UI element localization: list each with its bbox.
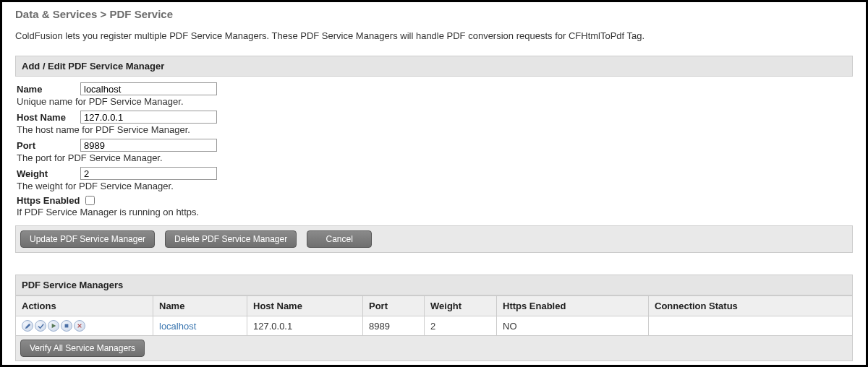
row-actions <box>22 320 147 332</box>
form-section-header: Add / Edit PDF Service Manager <box>15 56 853 77</box>
cancel-button[interactable]: Cancel <box>307 230 372 248</box>
table-row: localhost 127.0.0.1 8989 2 NO <box>16 316 853 336</box>
verify-all-button[interactable]: Verify All Service Managers <box>20 340 145 357</box>
app-frame: Data & Services > PDF Service ColdFusion… <box>0 0 868 367</box>
port-help: The port for PDF Service Manager. <box>17 152 851 163</box>
https-help: If PDF Service Manager is running on htt… <box>17 207 851 217</box>
row-port: 8989 <box>363 316 425 336</box>
edit-icon[interactable] <box>22 320 33 332</box>
row-status <box>649 316 853 336</box>
col-https: Https Enabled <box>497 296 649 316</box>
weight-input[interactable] <box>80 167 217 180</box>
svg-rect-0 <box>65 324 69 328</box>
name-label: Name <box>17 84 80 95</box>
list-button-bar: Verify All Service Managers <box>15 336 853 361</box>
col-hostname: Host Name <box>247 296 363 316</box>
list-section-header: PDF Service Managers <box>15 275 853 295</box>
service-managers-table: Actions Name Host Name Port Weight Https… <box>15 295 853 336</box>
play-icon[interactable] <box>48 320 59 332</box>
hostname-label: Host Name <box>17 112 80 123</box>
weight-label: Weight <box>17 168 80 179</box>
update-button[interactable]: Update PDF Service Manager <box>20 230 155 248</box>
weight-help: The weight for PDF Service Manager. <box>17 181 851 191</box>
form-area: Name Unique name for PDF Service Manager… <box>15 77 853 225</box>
https-checkbox[interactable] <box>85 196 95 205</box>
page-description: ColdFusion lets you register multiple PD… <box>15 30 853 41</box>
https-label: Https Enabled <box>17 195 80 206</box>
breadcrumb: Data & Services > PDF Service <box>15 8 853 20</box>
col-status: Connection Status <box>649 296 853 316</box>
name-input[interactable] <box>80 82 217 95</box>
delete-icon[interactable] <box>74 320 85 332</box>
col-actions: Actions <box>16 296 153 316</box>
col-port: Port <box>363 296 425 316</box>
port-input[interactable] <box>80 139 217 152</box>
hostname-help: The host name for PDF Service Manager. <box>17 124 851 135</box>
row-hostname: 127.0.0.1 <box>247 316 363 336</box>
row-weight: 2 <box>425 316 497 336</box>
delete-button[interactable]: Delete PDF Service Manager <box>165 230 297 248</box>
row-name-link[interactable]: localhost <box>159 321 196 332</box>
col-name: Name <box>153 296 247 316</box>
hostname-input[interactable] <box>80 111 217 124</box>
verify-icon[interactable] <box>35 320 46 332</box>
port-label: Port <box>17 140 80 151</box>
row-https: NO <box>497 316 649 336</box>
stop-icon[interactable] <box>61 320 72 332</box>
col-weight: Weight <box>425 296 497 316</box>
name-help: Unique name for PDF Service Manager. <box>17 96 851 107</box>
form-button-bar: Update PDF Service Manager Delete PDF Se… <box>15 225 853 253</box>
